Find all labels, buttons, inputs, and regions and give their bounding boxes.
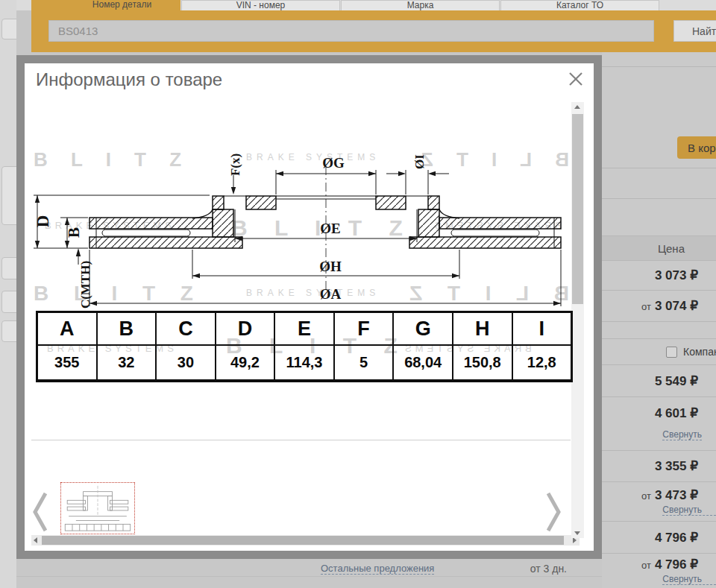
spec-table-header-row: A B C D E F G H I xyxy=(38,313,571,346)
table-row xyxy=(602,199,716,236)
spec-header: F xyxy=(335,313,395,346)
price-value: от4 796 ₽ xyxy=(641,557,716,572)
spec-header: I xyxy=(513,313,571,346)
price-value: 4 601 ₽ xyxy=(655,405,716,421)
delivery-time: от 3 дн. xyxy=(530,563,567,575)
price-cell: 4 796 ₽ xyxy=(602,522,716,554)
dim-label-D: D xyxy=(34,215,52,228)
dimmed-side-button[interactable] xyxy=(1,291,16,313)
horizontal-scrollbar[interactable] xyxy=(31,535,580,546)
tab-brand[interactable]: Марка xyxy=(341,0,500,10)
tab-vin[interactable]: VIN - номер xyxy=(181,0,340,10)
price-value: от3 074 ₽ xyxy=(641,298,716,314)
spec-value: 150,8 xyxy=(453,346,513,379)
spec-header: B xyxy=(98,313,157,346)
dim-label-A: ØA xyxy=(320,286,342,302)
dimension-spec-table: A B C D E F G H I 355 32 30 49,2 114,3 5 xyxy=(36,311,573,382)
price-cell: от3 074 ₽ xyxy=(602,291,716,322)
price-cell: от3 473 ₽ Свернуть xyxy=(602,482,716,522)
dim-label-G: ØG xyxy=(322,155,345,171)
collapse-link[interactable]: Свернуть xyxy=(662,505,716,516)
spec-header: H xyxy=(453,313,513,346)
carousel-next-icon[interactable] xyxy=(544,490,563,534)
spec-header: E xyxy=(275,313,335,346)
drawing-thumbnail-selected[interactable] xyxy=(60,482,135,534)
spec-value: 68,04 xyxy=(394,346,453,379)
brake-disc-technical-drawing: B L I T Z BRAKE SYSTEMS B L I T Z BRAKE … xyxy=(34,138,571,309)
spec-header: G xyxy=(394,313,453,346)
price-cell: 5 549 ₽ xyxy=(602,365,716,397)
company-checkbox-label: Компания xyxy=(683,346,716,358)
price-prefix: от xyxy=(641,490,651,502)
modal-title: Информация о товаре xyxy=(36,69,222,90)
dimmed-side-button[interactable] xyxy=(1,166,16,225)
tab-part-number[interactable]: Номер детали xyxy=(63,0,180,10)
spec-value: 12,8 xyxy=(513,346,571,379)
find-button[interactable]: Найти xyxy=(673,20,716,42)
offers-table-right-edge: В корзину Цена 3 073 ₽ от3 074 ₽ Компани… xyxy=(602,52,716,588)
price-value: 4 796 ₽ xyxy=(655,530,716,546)
vertical-scrollbar-thumb[interactable] xyxy=(572,114,583,304)
collapse-link[interactable]: Свернуть xyxy=(662,429,702,440)
price-value: от3 473 ₽ xyxy=(641,487,716,503)
carousel-prev-icon[interactable] xyxy=(31,490,50,534)
price-cell: 3 073 ₽ xyxy=(602,261,716,291)
spec-value: 49,2 xyxy=(216,346,276,379)
table-row xyxy=(602,52,716,67)
dimmed-side-button[interactable] xyxy=(1,257,16,279)
table-row xyxy=(602,322,716,339)
spec-header: A xyxy=(38,313,98,346)
spec-header: C xyxy=(157,313,216,346)
close-icon[interactable] xyxy=(567,70,585,88)
divider xyxy=(16,576,602,577)
tab-to-catalog[interactable]: Каталог ТО xyxy=(500,0,659,10)
dim-label-E: ØE xyxy=(320,221,340,236)
spec-header: D xyxy=(216,313,276,346)
scroll-down-arrow-icon[interactable] xyxy=(571,528,584,538)
svg-text:B L I T Z: B L I T Z xyxy=(34,282,203,305)
price-value: 3 355 ₽ xyxy=(655,458,716,474)
svg-text:B L I T Z: B L I T Z xyxy=(34,148,190,171)
scroll-left-arrow-icon[interactable] xyxy=(31,535,41,546)
company-checkbox[interactable] xyxy=(666,347,677,358)
price-cell: 4 601 ₽ xyxy=(602,397,716,429)
price-prefix: от xyxy=(641,301,651,312)
price-cell: 3 355 ₽ xyxy=(602,451,716,482)
dim-label-I: ØI xyxy=(412,154,427,169)
page-root: Номер детали VIN - номер Марка Каталог Т… xyxy=(0,0,716,588)
tab-bar-accent-stub xyxy=(31,0,63,10)
product-info-modal: Информация о товаре B L I T Z BRAKE SYST… xyxy=(16,55,602,559)
content-divider xyxy=(31,440,571,440)
price-cell: от4 796 ₽ Свернуть xyxy=(602,554,716,588)
svg-text:BRAKE SYSTEMS: BRAKE SYSTEMS xyxy=(246,288,380,298)
dimmed-side-button[interactable] xyxy=(1,19,16,39)
part-number-input[interactable] xyxy=(48,20,654,42)
dim-label-H: ØH xyxy=(319,259,342,274)
svg-text:B L I T Z: B L I T Z xyxy=(412,148,569,171)
spec-value: 114,3 xyxy=(275,346,335,379)
spec-value: 32 xyxy=(98,346,157,379)
dimmed-side-button[interactable] xyxy=(1,320,16,342)
dim-label-F: F(x) xyxy=(228,154,242,176)
svg-text:B L I T Z: B L I T Z xyxy=(400,282,569,305)
dimmed-left-panel xyxy=(0,0,16,588)
svg-text:BRAKE SYSTEMS: BRAKE SYSTEMS xyxy=(246,152,380,162)
scroll-up-arrow-icon[interactable] xyxy=(571,102,584,112)
horizontal-scrollbar-thumb[interactable] xyxy=(42,536,564,545)
spec-table-value-row: 355 32 30 49,2 114,3 5 68,04 150,8 12,8 xyxy=(38,346,571,379)
table-row xyxy=(602,168,716,199)
dim-label-B: B xyxy=(65,227,83,238)
price-prefix: от xyxy=(641,560,651,571)
price-value: 5 549 ₽ xyxy=(655,373,716,389)
add-to-cart-button[interactable]: В корзину xyxy=(677,136,716,159)
spec-value: 5 xyxy=(335,346,395,379)
spec-value: 355 xyxy=(38,346,98,379)
vertical-scrollbar[interactable] xyxy=(571,102,584,538)
collapse-link[interactable]: Свернуть xyxy=(662,574,716,585)
dim-label-C: C(MTH) xyxy=(78,261,92,309)
spec-value: 30 xyxy=(157,346,216,379)
dimmed-bottom-strip: Остальные предложения от 3 дн. xyxy=(16,559,602,588)
price-column-header: Цена xyxy=(602,236,716,261)
other-offers-link[interactable]: Остальные предложения xyxy=(321,563,434,575)
company-filter-row: Компания xyxy=(602,339,716,365)
